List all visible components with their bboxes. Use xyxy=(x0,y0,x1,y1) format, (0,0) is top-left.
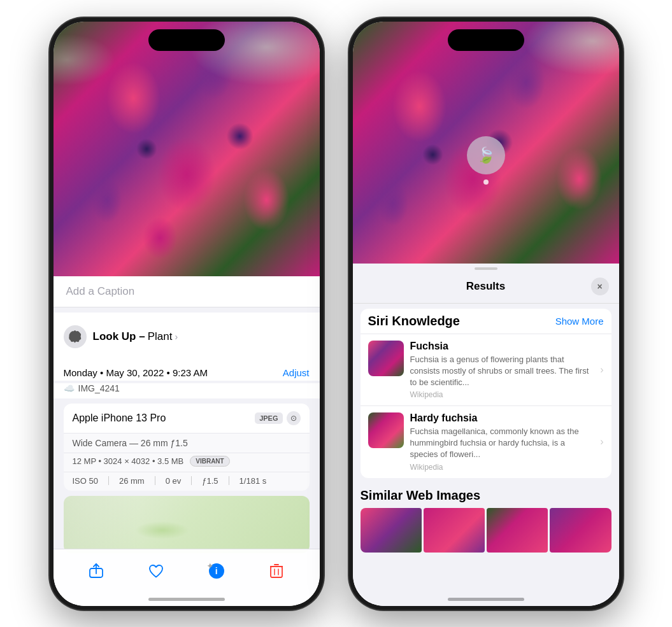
right-phone: 🍃 Results × Siri Knowledge Show More xyxy=(349,18,623,610)
separator-2 xyxy=(155,476,155,485)
hardy-fuchsia-thumbnail xyxy=(368,412,404,448)
device-section: Apple iPhone 13 Pro JPEG ⊙ Wide Camera —… xyxy=(64,404,310,491)
fuchsia-content: Fuchsia Fuchsia is a genus of flowering … xyxy=(410,341,594,400)
iso-value: ISO 50 xyxy=(73,476,98,486)
results-header: Results × xyxy=(353,270,619,304)
lookup-section[interactable]: Look Up – Plant › xyxy=(54,313,320,361)
flower-image-left xyxy=(54,22,320,276)
leaf-icon xyxy=(69,330,82,343)
map-thumbnail[interactable] xyxy=(64,496,310,553)
results-panel: Results × Siri Knowledge Show More Fuchs… xyxy=(353,264,619,606)
ev-value: 0 ev xyxy=(166,476,182,486)
separator-1 xyxy=(108,476,109,485)
dynamic-island-right xyxy=(448,29,524,51)
date-section: Monday • May 30, 2022 • 9:23 AM Adjust xyxy=(54,361,320,381)
device-row: Apple iPhone 13 Pro JPEG ⊙ xyxy=(64,404,310,433)
vibrant-badge: VIBRANT xyxy=(190,456,229,467)
like-button[interactable] xyxy=(142,557,170,585)
info-button[interactable]: ✦ i xyxy=(203,557,231,585)
filename-text: IMG_4241 xyxy=(78,383,120,393)
hardy-fuchsia-source: Wikipedia xyxy=(410,463,594,472)
siri-dot xyxy=(483,180,489,185)
hardy-fuchsia-chevron-icon: › xyxy=(600,436,603,447)
home-indicator xyxy=(148,598,225,601)
caption-area[interactable]: Add a Caption xyxy=(54,276,320,307)
lookup-label[interactable]: Look Up – Plant › xyxy=(93,330,178,343)
sparkle-icon: ✦ xyxy=(206,561,214,571)
location-icon: ⊙ xyxy=(287,411,301,425)
show-more-button[interactable]: Show More xyxy=(555,316,604,327)
siri-indicator: 🍃 xyxy=(467,136,505,174)
date-text: Monday • May 30, 2022 • 9:23 AM xyxy=(64,367,208,378)
home-indicator-right xyxy=(448,598,524,601)
hardy-fuchsia-description: Fuchsia magellanica, commonly known as t… xyxy=(410,426,594,461)
similar-image-1[interactable] xyxy=(361,508,422,553)
caption-placeholder[interactable]: Add a Caption xyxy=(66,285,135,297)
similar-image-2[interactable] xyxy=(424,508,485,553)
close-button[interactable]: × xyxy=(591,278,609,295)
shutter-value: 1/181 s xyxy=(239,476,267,486)
similar-images-section: Similar Web Images xyxy=(353,483,619,555)
specs-text: 12 MP • 3024 × 4032 • 3.5 MB xyxy=(73,456,184,466)
device-badges: JPEG ⊙ xyxy=(255,411,300,425)
lookup-chevron-icon: › xyxy=(175,332,178,342)
filename-row: ☁️ IMG_4241 xyxy=(54,383,320,398)
left-phone: Add a Caption Look Up – Plant › xyxy=(50,18,324,610)
fuchsia-item[interactable]: Fuchsia Fuchsia is a genus of flowering … xyxy=(361,334,611,406)
device-name: Apple iPhone 13 Pro xyxy=(73,412,166,424)
format-badge: JPEG xyxy=(255,412,282,424)
separator-4 xyxy=(229,476,229,485)
share-button[interactable] xyxy=(82,557,110,585)
fuchsia-thumbnail xyxy=(368,341,404,376)
lookup-bold-text: Look Up – xyxy=(93,330,145,343)
specs-row: 12 MP • 3024 × 4032 • 3.5 MB VIBRANT xyxy=(64,453,310,472)
lookup-row[interactable]: Look Up – Plant › xyxy=(64,320,310,353)
dynamic-island xyxy=(148,29,225,51)
hardy-fuchsia-content: Hardy fuchsia Fuchsia magellanica, commo… xyxy=(410,412,594,472)
iso-row: ISO 50 26 mm 0 ev ƒ1.5 1/181 s xyxy=(64,472,310,491)
lookup-plant-icon xyxy=(64,325,87,348)
camera-text: Wide Camera — 26 mm ƒ1.5 xyxy=(73,438,188,448)
fuchsia-description: Fuchsia is a genus of flowering plants t… xyxy=(410,354,594,389)
similar-image-3[interactable] xyxy=(487,508,548,553)
aperture-value: ƒ1.5 xyxy=(202,476,218,486)
hardy-fuchsia-item[interactable]: Hardy fuchsia Fuchsia magellanica, commo… xyxy=(361,405,611,478)
siri-knowledge-title: Siri Knowledge xyxy=(368,314,460,328)
similar-images-title: Similar Web Images xyxy=(361,488,611,503)
siri-knowledge-header: Siri Knowledge Show More xyxy=(361,309,611,334)
separator-3 xyxy=(191,476,192,485)
siri-knowledge-section: Siri Knowledge Show More Fuchsia Fuchsia… xyxy=(361,309,611,478)
adjust-button[interactable]: Adjust xyxy=(283,367,310,378)
lookup-plain-text: Plant xyxy=(148,330,173,343)
focal-value: 26 mm xyxy=(119,476,145,486)
similar-images-grid xyxy=(361,508,611,553)
delete-button[interactable] xyxy=(262,557,290,585)
svg-rect-2 xyxy=(271,567,282,577)
fuchsia-source: Wikipedia xyxy=(410,390,594,399)
siri-leaf-icon: 🍃 xyxy=(476,146,496,164)
hardy-fuchsia-title: Hardy fuchsia xyxy=(410,412,594,424)
cloud-icon: ☁️ xyxy=(64,383,75,393)
fuchsia-title: Fuchsia xyxy=(410,341,594,352)
flower-image-right: 🍃 xyxy=(353,22,619,264)
fuchsia-chevron-icon: › xyxy=(600,364,603,376)
camera-row: Wide Camera — 26 mm ƒ1.5 xyxy=(64,433,310,453)
similar-image-4[interactable] xyxy=(550,508,611,553)
results-title: Results xyxy=(381,280,591,293)
